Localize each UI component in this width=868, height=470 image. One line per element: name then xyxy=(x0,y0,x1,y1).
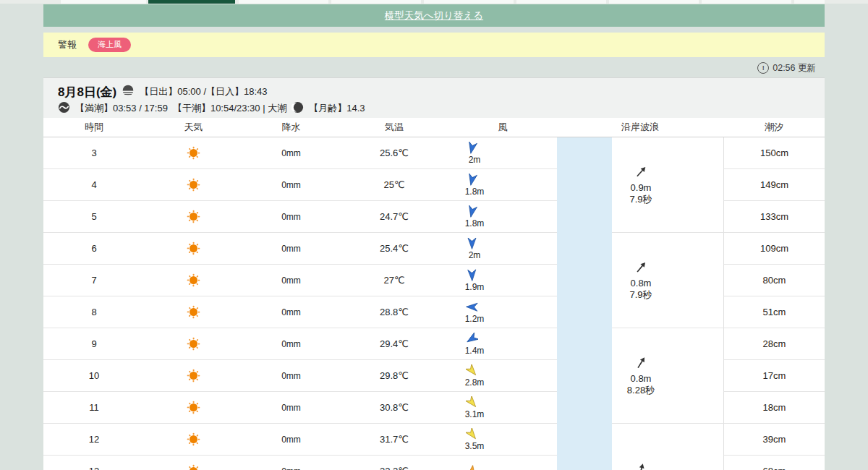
time-cell: 11 xyxy=(43,402,145,413)
precip-cell: 0mm xyxy=(242,435,340,445)
tab-item[interactable] xyxy=(61,0,146,4)
sunny-weather-icon xyxy=(145,178,242,192)
temp-cell: 25.4℃ xyxy=(340,243,448,254)
update-time-label: 02:56 更新 xyxy=(773,62,816,74)
wind-cell: 1.8m xyxy=(448,205,557,228)
moon-phase-icon xyxy=(292,101,304,116)
wind-cell: 3.5m xyxy=(448,428,557,451)
tide-cell: 28cm xyxy=(723,328,825,360)
tab-item[interactable] xyxy=(702,0,791,4)
high-tide-times: 【満潮】03:53 / 17:59 xyxy=(75,102,168,115)
tab-item[interactable] xyxy=(794,0,825,4)
table-row: 70mm27℃1.9m xyxy=(43,265,557,296)
tide-cell: 17cm xyxy=(723,360,825,392)
sunny-weather-icon xyxy=(145,401,242,414)
tide-wave-icon xyxy=(58,101,70,116)
temp-cell: 25.6℃ xyxy=(340,148,448,158)
precip-cell: 0mm xyxy=(242,371,340,381)
wind-speed: 2m xyxy=(469,155,481,165)
precip-cell: 0mm xyxy=(242,466,340,470)
column-header: 沿岸波浪 xyxy=(557,121,723,134)
wave-group-cell: 0.8m7.9秒 xyxy=(612,233,723,328)
column-header: 降水 xyxy=(242,121,340,134)
warning-band: 警報 海上風 xyxy=(43,33,825,57)
tab-item[interactable] xyxy=(331,0,421,4)
table-row: 40mm25℃1.8m xyxy=(43,169,557,201)
wind-cell: 1.4m xyxy=(448,333,557,356)
temp-cell: 31.7℃ xyxy=(340,434,448,445)
time-cell: 13 xyxy=(43,466,145,470)
low-tide-times: 【干潮】10:54/23:30 | 大潮 xyxy=(173,102,286,115)
tab-item[interactable] xyxy=(516,0,606,4)
temp-cell: 30.8℃ xyxy=(340,402,448,413)
wind-cell: 2m xyxy=(448,142,557,165)
time-cell: 9 xyxy=(43,338,145,349)
forecast-panel: 8月8日(金) 【日出】05:00 /【日入】18:43 xyxy=(43,77,825,470)
layout-switch-banner: 横型天気へ切り替える xyxy=(43,4,825,27)
weather-page: 横型天気へ切り替える 警報 海上風 ! 02:56 更新 8月8日(金) xyxy=(0,0,868,470)
tide-cell: 150cm xyxy=(723,137,825,169)
wind-cell xyxy=(448,465,557,470)
column-header: 時間 xyxy=(43,121,145,134)
time-cell: 3 xyxy=(43,148,145,158)
sunny-weather-icon xyxy=(145,242,242,255)
sunny-weather-icon xyxy=(145,210,242,223)
temp-cell: 28.8℃ xyxy=(340,307,448,317)
tab-item-active[interactable] xyxy=(148,0,235,4)
wind-speed: 3.5m xyxy=(465,441,485,451)
sunny-weather-icon xyxy=(145,369,242,383)
wind-speed: 2m xyxy=(469,250,481,260)
wind-direction-icon xyxy=(466,428,478,443)
wind-direction-icon xyxy=(466,465,478,470)
precip-cell: 0mm xyxy=(242,275,340,286)
wind-speed: 1.8m xyxy=(465,218,485,228)
sunny-weather-icon xyxy=(145,432,242,446)
tab-item[interactable] xyxy=(424,0,514,4)
column-header: 天気 xyxy=(145,121,242,134)
wave-direction-icon xyxy=(634,355,649,373)
precip-cell: 0mm xyxy=(242,339,340,349)
wind-speed: 1.8m xyxy=(465,187,485,197)
wave-direction-icon xyxy=(634,164,649,182)
column-header: 風 xyxy=(448,121,557,134)
sunny-weather-icon xyxy=(145,273,242,287)
coastal-wave-column: 0.9m7.9秒0.8m7.9秒0.8m8.28秒 xyxy=(612,137,723,470)
date-line-2: 【満潮】03:53 / 17:59 【干潮】10:54/23:30 | 大潮 【… xyxy=(58,101,825,116)
update-info-icon: ! xyxy=(757,62,769,74)
wave-period: 8.28秒 xyxy=(627,385,655,396)
table-row: 60mm25.4℃2m xyxy=(43,233,557,265)
sunny-weather-icon xyxy=(145,464,242,470)
wind-speed: 3.1m xyxy=(465,409,485,419)
sunrise-icon xyxy=(122,84,135,100)
wind-cell: 1.8m xyxy=(448,174,557,197)
tab-item[interactable] xyxy=(239,0,328,4)
warning-label: 警報 xyxy=(58,38,77,51)
wave-direction-icon xyxy=(634,462,649,470)
tide-cell: 51cm xyxy=(723,296,825,328)
date-header: 8月8日(金) 【日出】05:00 /【日入】18:43 xyxy=(43,77,825,118)
hourly-rows: 30mm25.6℃2m40mm25℃1.8m50mm24.7℃1.8m60mm2… xyxy=(43,137,557,470)
wind-direction-icon xyxy=(466,396,478,411)
tab-item[interactable] xyxy=(609,0,699,4)
wave-height: 0.9m xyxy=(631,182,652,194)
table-row: 90mm29.4℃1.4m xyxy=(43,328,557,360)
wave-group-cell: 0.9m7.9秒 xyxy=(612,137,723,233)
precip-cell: 0mm xyxy=(242,148,340,158)
wave-period: 7.9秒 xyxy=(629,289,652,301)
time-cell: 8 xyxy=(43,307,145,317)
wind-speed: 1.4m xyxy=(465,346,485,356)
temp-cell: 24.7℃ xyxy=(340,211,448,222)
temp-cell: 29.4℃ xyxy=(340,338,448,349)
temp-cell: 32.2℃ xyxy=(340,466,448,470)
wave-period: 7.9秒 xyxy=(629,194,652,205)
wind-speed: 2.8m xyxy=(465,377,485,388)
column-header: 潮汐 xyxy=(723,121,825,134)
sea-wind-warning-badge[interactable]: 海上風 xyxy=(88,38,131,51)
switch-to-horizontal-link[interactable]: 横型天気へ切り替える xyxy=(385,9,483,22)
time-cell: 12 xyxy=(43,434,145,445)
table-row: 110mm30.8℃3.1m xyxy=(43,392,557,424)
sunny-weather-icon xyxy=(145,305,242,319)
time-cell: 10 xyxy=(43,370,145,381)
precip-cell: 0mm xyxy=(242,212,340,222)
wind-speed: 1.2m xyxy=(465,314,485,324)
